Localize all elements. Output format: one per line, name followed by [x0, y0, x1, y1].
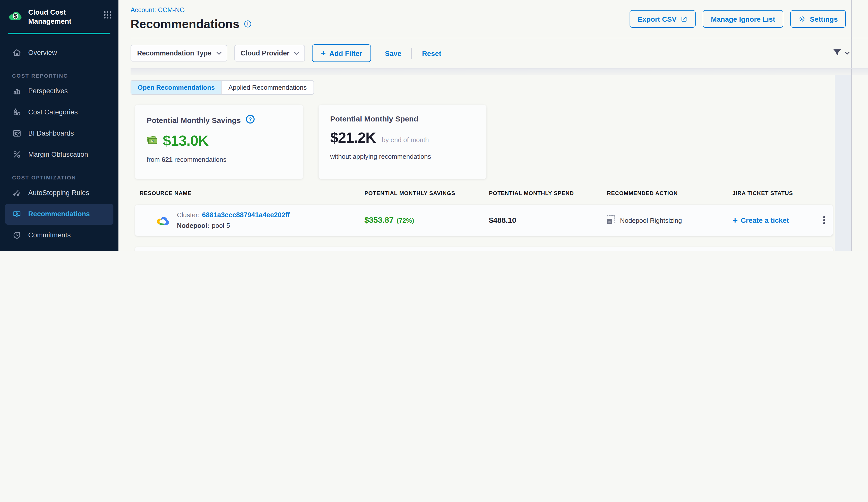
home-icon	[12, 48, 22, 58]
product-logo-row: $ Cloud Cost Management	[0, 0, 118, 26]
sidebar-item-perspectives[interactable]: Perspectives	[0, 81, 118, 102]
main-content: Account: CCM-NG Recommendations i Export…	[118, 0, 868, 251]
savings-subtext: from 621 recommendations	[147, 156, 291, 163]
margin-obfuscation-icon	[12, 150, 22, 159]
commitments-icon	[12, 231, 22, 240]
resource-field-label: Cluster:	[177, 211, 200, 219]
sidebar-item-label: BI Dashboards	[28, 130, 74, 137]
tab-applied-recommendations[interactable]: Applied Recommendations	[221, 81, 313, 94]
add-filter-button[interactable]: + Add Filter	[312, 44, 371, 62]
filter-links-divider	[412, 48, 412, 59]
create-ticket-button[interactable]: +Create a ticket	[732, 216, 820, 225]
resource-line: Cluster:6881a3ccc887941a4ee202ff	[177, 210, 290, 220]
svg-text:?: ?	[248, 116, 251, 122]
sidebar-item-commitments[interactable]: Commitments	[0, 225, 118, 246]
reset-filter-button[interactable]: Reset	[419, 49, 444, 58]
sidebar-item-cost-categories[interactable]: Cost Categories	[0, 102, 118, 123]
manage-ignore-list-button[interactable]: Manage Ignore List	[703, 10, 783, 28]
spend-card-title: Potential Monthly Spend	[330, 114, 418, 123]
settings-button[interactable]: Settings	[790, 10, 846, 28]
vertical-scrollbar[interactable]	[835, 69, 851, 251]
savings-card-title: Potential Monthly Savings	[147, 116, 241, 125]
export-csv-button[interactable]: Export CSV	[630, 10, 696, 28]
savings-percent: (72%)	[397, 217, 414, 224]
question-icon[interactable]: ?	[245, 114, 255, 126]
savings-amount: $13.0K	[163, 133, 208, 149]
column-header-recommended-action: RECOMMENDED ACTION	[607, 190, 732, 196]
sidebar-item-label: Commitments	[28, 232, 71, 239]
cloud-provider-dropdown[interactable]: Cloud Provider	[234, 45, 305, 62]
app-grid-icon[interactable]	[103, 11, 112, 21]
header-actions: Export CSV Manage Ignore List Settings	[630, 10, 846, 28]
product-title: Cloud Cost Management	[28, 8, 71, 26]
action-label: Nodepool Rightsizing	[620, 217, 682, 224]
recommended-action-cell: Nodepool Rightsizing	[607, 215, 732, 225]
table-header-row: RESOURCE NAMEPOTENTIAL MONTHLY SAVINGSPO…	[135, 190, 833, 196]
bi-dashboards-icon	[12, 129, 22, 138]
recommendations-icon	[12, 209, 22, 219]
recommendation-count: 621	[162, 156, 172, 163]
table-row[interactable]: Cluster:68898c064e3e2ba0e544005fNodepool…	[135, 247, 833, 251]
chevron-down-icon	[216, 51, 221, 55]
sidebar-item-bi-dashboards[interactable]: BI Dashboards	[0, 123, 118, 144]
sidebar-accent-divider	[8, 33, 110, 34]
spend-amount: $21.2K	[330, 129, 376, 146]
create-ticket-label: Create a ticket	[741, 216, 789, 224]
plus-icon: +	[732, 216, 738, 225]
sidebar-item-label: Perspectives	[28, 87, 68, 95]
svg-text:$: $	[14, 13, 17, 19]
recommendations-table: RESOURCE NAMEPOTENTIAL MONTHLY SAVINGSPO…	[135, 190, 833, 251]
sidebar-item-cluster-orchestrator[interactable]: Cluster Orchestrator	[0, 246, 118, 251]
settings-label: Settings	[810, 15, 838, 23]
column-header-potential-monthly-spend: POTENTIAL MONTHLY SPEND	[489, 190, 607, 196]
tab-bar: Open RecommendationsApplied Recommendati…	[131, 80, 314, 95]
spend-value: $488.10	[489, 216, 516, 224]
column-header-jira-ticket-status: JIRA TICKET STATUS	[732, 190, 820, 196]
resource-cell: Cluster:6881a3ccc887941a4ee202ffNodepool…	[155, 209, 364, 231]
recommendation-type-label: Recommendation Type	[137, 49, 211, 57]
sidebar-nav: OverviewCOST REPORTINGPerspectivesCost C…	[0, 42, 118, 251]
page-title: Recommendations	[131, 17, 239, 31]
sidebar: $ Cloud Cost Management OverviewCOST REP…	[0, 0, 118, 251]
sidebar-item-label: AutoStopping Rules	[28, 189, 89, 197]
chevron-down-icon	[845, 51, 850, 55]
potential-monthly-spend-card: Potential Monthly Spend $21.2K by end of…	[319, 105, 486, 179]
filter-panel-toggle[interactable]	[832, 49, 850, 58]
svg-text:i: i	[247, 21, 248, 26]
tab-open-recommendations[interactable]: Open Recommendations	[131, 81, 221, 94]
potential-monthly-savings-card: Potential Monthly Savings ? $ $	[135, 105, 303, 179]
filter-funnel-icon	[832, 49, 842, 58]
info-icon[interactable]: i	[244, 19, 252, 30]
app-window: $ Cloud Cost Management OverviewCOST REP…	[0, 0, 868, 251]
sidebar-item-margin-obfuscation[interactable]: Margin Obfuscation	[0, 144, 118, 165]
column-header-potential-monthly-savings: POTENTIAL MONTHLY SAVINGS	[364, 190, 489, 196]
sidebar-item-autostopping-rules[interactable]: AutoStopping Rules	[0, 182, 118, 203]
row-menu-kebab-icon[interactable]	[820, 213, 828, 227]
account-breadcrumb[interactable]: Account: CCM-NG	[131, 6, 252, 14]
table-row[interactable]: Cluster:6881a3ccc887941a4ee202ffNodepool…	[135, 205, 833, 236]
external-link-icon	[681, 15, 688, 22]
sidebar-item-overview[interactable]: Overview	[0, 42, 118, 63]
manage-ignore-list-label: Manage Ignore List	[711, 15, 775, 23]
savings-value: $353.87	[364, 216, 394, 224]
ccm-cloud-dollar-icon: $	[8, 9, 23, 24]
spend-qualifier: by end of month	[382, 136, 429, 144]
gcp-icon	[155, 214, 170, 227]
page-header: Account: CCM-NG Recommendations i Export…	[131, 0, 868, 38]
autostopping-icon	[12, 188, 22, 198]
resource-details: Cluster:6881a3ccc887941a4ee202ffNodepool…	[177, 209, 290, 231]
sidebar-item-label: Cost Categories	[28, 108, 78, 116]
chevron-down-icon	[294, 51, 300, 55]
save-filter-button[interactable]: Save	[382, 49, 404, 58]
resource-link[interactable]: 6881a3ccc887941a4ee202ff	[202, 211, 290, 219]
sidebar-item-label: Margin Obfuscation	[28, 151, 88, 158]
perspectives-icon	[12, 86, 22, 96]
resource-line: Nodepool:pool-5	[177, 220, 290, 231]
table-body: Cluster:6881a3ccc887941a4ee202ffNodepool…	[135, 205, 833, 251]
sidebar-item-recommendations[interactable]: Recommendations	[5, 203, 113, 225]
recommendation-type-dropdown[interactable]: Recommendation Type	[131, 45, 227, 62]
spend-cell: $488.10	[489, 216, 607, 225]
sidebar-section-heading: COST REPORTING	[12, 73, 118, 79]
gear-icon	[798, 15, 806, 23]
money-icon: $	[147, 135, 158, 147]
